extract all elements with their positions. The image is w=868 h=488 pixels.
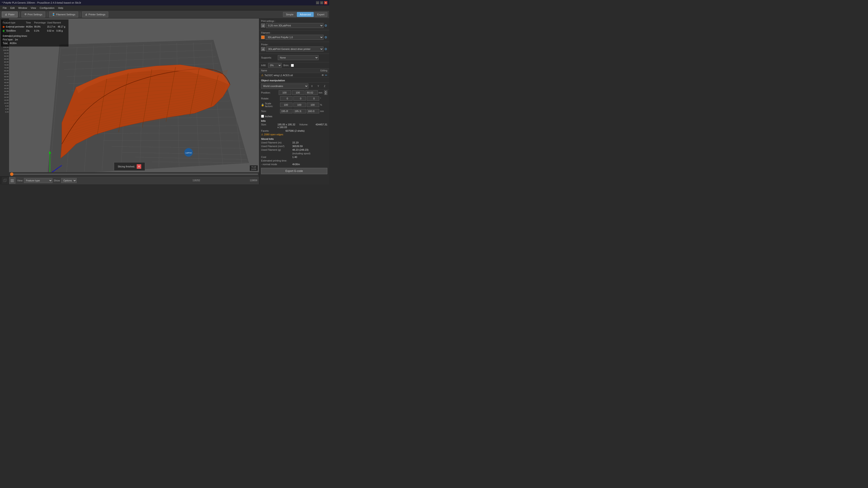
menu-configuration[interactable]: Configuration	[38, 6, 56, 10]
mode-simple-btn[interactable]: Simple	[283, 12, 297, 17]
object-visibility-icon[interactable]: 👁	[321, 74, 324, 77]
filament-g-label: Used Filament (g)	[261, 149, 290, 151]
object-name: Ta152C wing L1 ACES.stl	[265, 74, 320, 76]
print-profile-select[interactable]: 0.25 mm 3DLabPrint	[266, 23, 323, 28]
tab-plater[interactable]: 🖨 Plater	[2, 11, 18, 18]
object-edit-icon[interactable]: ✏	[325, 74, 327, 77]
rotate-x-input[interactable]	[280, 96, 292, 101]
info-size-val: 195.05 x 195.32 x 160.03	[277, 123, 296, 129]
position-z-input[interactable]	[305, 90, 318, 95]
slice-notif-close[interactable]: ✕	[137, 164, 141, 169]
scale-unit: %	[320, 104, 324, 106]
inches-row: Inches	[259, 114, 329, 119]
h-slider-container	[9, 172, 259, 176]
position-z-down[interactable]: ▼	[324, 93, 327, 95]
printer-select[interactable]: 3DLabPrint Generic direct drive printer	[266, 46, 323, 52]
time-external: 4h30m	[26, 25, 34, 29]
filament-section: Filament : 3DLabPrint PolyAir 1.0 ⚙	[259, 30, 329, 42]
scale-z-input[interactable]	[307, 103, 319, 107]
total-label: Total:	[3, 42, 8, 44]
menu-file[interactable]: File	[1, 6, 8, 10]
titlebar: * PolyAir PLA Generic 200mm - PrusaSlice…	[0, 0, 329, 5]
mode-expert-btn[interactable]: Expert	[314, 12, 327, 17]
coordinates-row: World coordinates Local coordinates X Y …	[259, 83, 329, 90]
info-facets-val: 607586 (2 shells)	[285, 129, 305, 132]
filament-mm3-label: Used Filament (mm³)	[261, 145, 290, 148]
viewport[interactable]: Feature type Time Percentage Used filame…	[0, 19, 259, 184]
lock-icon[interactable]: 🔒	[261, 103, 264, 106]
show-label: Show	[54, 179, 60, 182]
tab-printer-settings[interactable]: 🖨 Printer Settings	[82, 11, 108, 18]
logo-text: LabPrint	[186, 152, 192, 154]
window-controls: — □ ✕	[316, 1, 327, 4]
brim-checkbox[interactable]	[291, 64, 294, 67]
printer-label: Printer :	[261, 43, 327, 46]
menu-view[interactable]: View	[29, 6, 38, 10]
menu-window[interactable]: Window	[17, 6, 29, 10]
sliced-filament-g-note-row: (including spool)	[259, 152, 329, 155]
print-profile-icon: 🖨	[261, 24, 265, 28]
sliced-filament-mm3-row: Used Filament (mm³) 36539.59	[259, 144, 329, 148]
sliced-info-header: Sliced Info	[259, 136, 329, 141]
supports-select[interactable]: None Support on build plate only Everywh…	[278, 55, 318, 60]
printer-row: 🖨 3DLabPrint Generic direct drive printe…	[261, 46, 327, 52]
infill-label: Infill:	[261, 64, 266, 67]
position-row: Position: mm ▲ ▼	[259, 90, 329, 96]
slice-message: Slicing finished.	[118, 165, 135, 168]
estimated-times-label: Estimated printing times:	[3, 34, 67, 38]
size-x-input[interactable]	[280, 109, 292, 113]
position-y-input[interactable]	[292, 90, 305, 95]
svg-rect-41	[11, 182, 14, 182]
rotate-unit: °	[320, 97, 324, 100]
close-btn[interactable]: ✕	[324, 1, 327, 4]
sliced-filament-m-row: Used Filament (m) 15.19	[259, 141, 329, 144]
info-facets-label: Facets:	[261, 129, 284, 132]
view-select[interactable]: Feature type Layer height Volumetric flo…	[24, 178, 53, 183]
menubar: File Edit Window View Configuration Help	[0, 5, 329, 10]
coordinates-select[interactable]: World coordinates Local coordinates	[261, 84, 308, 89]
position-label: Position:	[261, 91, 278, 94]
col-used-filament: Used filament	[47, 21, 66, 25]
print-profile-edit-icon[interactable]: ⚙	[324, 24, 327, 27]
horizontal-slider[interactable]	[10, 174, 258, 175]
rotate-y-input[interactable]	[293, 96, 306, 101]
col-time: Time	[26, 21, 34, 25]
show-select[interactable]: Options	[61, 178, 76, 183]
inches-checkbox[interactable]	[261, 115, 264, 118]
svg-rect-40	[11, 180, 14, 181]
menu-edit[interactable]: Edit	[8, 6, 17, 10]
feature-dot-external	[3, 26, 4, 28]
scale-x-input[interactable]	[280, 103, 292, 107]
mode-advanced-btn[interactable]: Advanced	[297, 12, 314, 17]
normal-mode-label: - normal mode	[261, 163, 290, 166]
table-row: External perimeter 4h30m 99.8% 15.17 m 4…	[3, 25, 67, 29]
export-gcode-btn[interactable]: Export G-code	[261, 168, 327, 174]
scale-y-input[interactable]	[293, 103, 306, 107]
view-layer-icon[interactable]	[9, 177, 16, 184]
size-y-input[interactable]	[293, 109, 306, 113]
position-z-up[interactable]: ▲	[324, 90, 327, 93]
infill-select[interactable]: 0% 15% 20%	[268, 63, 282, 68]
plater-label: Plater	[8, 13, 15, 16]
obj-col-editing: Editing	[320, 69, 327, 72]
coordinate-display: 73.20 (1233	[250, 165, 258, 171]
tab-filament-settings[interactable]: 🧵 Filament Settings	[49, 11, 78, 18]
size-z-input[interactable]	[307, 109, 319, 113]
main-area: Feature type Time Percentage Used filame…	[0, 19, 329, 184]
printer-edit-icon[interactable]: ⚙	[324, 47, 327, 51]
filament-color-swatch[interactable]	[261, 35, 265, 39]
position-x-input[interactable]	[279, 90, 291, 95]
minimize-btn[interactable]: —	[316, 1, 319, 4]
rotate-z-input[interactable]	[307, 96, 319, 101]
maximize-btn[interactable]: □	[320, 1, 323, 4]
first-layer-val: 1m	[15, 38, 18, 41]
filament-edit-icon[interactable]: ⚙	[324, 35, 327, 39]
rotate-label: Rotate:	[261, 97, 279, 100]
printer-section: Printer : 🖨 3DLabPrint Generic direct dr…	[259, 42, 329, 54]
pct-skirt: 0.1%	[34, 29, 47, 33]
object-manipulation-header: Object manipulation	[259, 78, 329, 83]
print-settings-label: Print Settings	[28, 13, 42, 16]
tab-print-settings[interactable]: ⚙ Print Settings	[22, 11, 45, 18]
filament-select[interactable]: 3DLabPrint PolyAir 1.0	[266, 35, 323, 40]
menu-help[interactable]: Help	[56, 6, 65, 10]
